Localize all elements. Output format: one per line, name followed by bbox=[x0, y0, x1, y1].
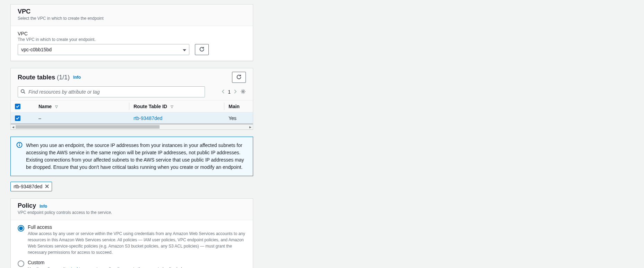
prev-page-button[interactable] bbox=[222, 89, 224, 95]
search-icon bbox=[20, 89, 25, 95]
column-route-table-id[interactable]: Route Table ID bbox=[134, 104, 167, 109]
cell-route-table-id[interactable]: rtb-93487ded bbox=[134, 115, 162, 121]
policy-info-link[interactable]: Info bbox=[40, 204, 47, 209]
pagination: 1 bbox=[222, 89, 246, 95]
route-tables-search-input[interactable] bbox=[18, 86, 205, 97]
route-tables-info-link[interactable]: Info bbox=[73, 75, 81, 80]
info-alert-text: When you use an endpoint, the source IP … bbox=[26, 142, 247, 171]
select-all-checkbox[interactable] bbox=[15, 104, 20, 109]
route-tables-panel: Route tables (1/1) Info bbox=[10, 68, 253, 130]
route-tables-table: Name ▽ Route Table ID ▽ Main bbox=[11, 100, 253, 124]
info-icon bbox=[16, 142, 23, 171]
current-page: 1 bbox=[228, 89, 231, 95]
info-alert: When you use an endpoint, the source IP … bbox=[10, 137, 253, 176]
horizontal-scrollbar[interactable]: ◄ ► bbox=[11, 124, 253, 129]
close-icon bbox=[45, 184, 49, 189]
filter-icon[interactable]: ▽ bbox=[55, 105, 58, 109]
column-name[interactable]: Name bbox=[38, 104, 52, 109]
gear-icon bbox=[240, 90, 246, 95]
next-page-button[interactable] bbox=[234, 89, 237, 95]
policy-full-access-desc: Allow access by any user or service with… bbox=[28, 231, 246, 256]
policy-custom-desc: Use the policy creation tool to generate… bbox=[28, 266, 188, 268]
vpc-panel-header: VPC Select the VPC in which to create th… bbox=[11, 5, 253, 26]
policy-subtitle: VPC endpoint policy controls access to t… bbox=[18, 210, 246, 215]
scroll-right-icon[interactable]: ► bbox=[248, 125, 253, 129]
selected-route-table-chip: rtb-93487ded bbox=[10, 182, 52, 191]
refresh-route-tables-button[interactable] bbox=[232, 72, 246, 83]
policy-custom-radio[interactable] bbox=[18, 260, 24, 267]
table-row[interactable]: – rtb-93487ded Yes bbox=[11, 112, 253, 124]
vpc-select[interactable]: vpc-c0bb15bd bbox=[18, 44, 189, 55]
policy-full-access-radio[interactable] bbox=[18, 225, 24, 232]
svg-point-0 bbox=[21, 89, 24, 93]
refresh-icon bbox=[199, 46, 205, 53]
refresh-icon bbox=[236, 74, 242, 81]
vpc-panel: VPC Select the VPC in which to create th… bbox=[10, 4, 253, 61]
chip-label: rtb-93487ded bbox=[14, 184, 42, 189]
scroll-left-icon[interactable]: ◄ bbox=[11, 125, 16, 129]
route-tables-count: (1/1) bbox=[57, 74, 70, 81]
policy-panel: Policy Info VPC endpoint policy controls… bbox=[10, 198, 253, 268]
svg-line-1 bbox=[24, 92, 25, 94]
refresh-vpc-button[interactable] bbox=[195, 44, 209, 55]
vpc-field-help: The VPC in which to create your endpoint… bbox=[18, 37, 246, 42]
row-checkbox[interactable] bbox=[15, 115, 20, 121]
settings-button[interactable] bbox=[240, 89, 246, 95]
policy-title: Policy bbox=[18, 202, 36, 209]
filter-icon[interactable]: ▽ bbox=[171, 105, 173, 109]
vpc-panel-title: VPC bbox=[18, 8, 246, 15]
column-main[interactable]: Main bbox=[229, 104, 240, 109]
policy-full-access-label: Full access bbox=[28, 224, 246, 230]
vpc-field-label: VPC bbox=[18, 31, 246, 36]
cell-name: – bbox=[34, 112, 129, 124]
cell-main: Yes bbox=[224, 112, 253, 124]
svg-point-2 bbox=[242, 90, 244, 92]
route-tables-title: Route tables (1/1) bbox=[18, 74, 70, 81]
policy-custom-label: Custom bbox=[28, 260, 188, 265]
vpc-select-value: vpc-c0bb15bd bbox=[21, 47, 52, 52]
policy-creation-tool-link[interactable]: policy creation tool bbox=[43, 267, 78, 268]
vpc-panel-subtitle: Select the VPC in which to create the en… bbox=[18, 16, 246, 21]
svg-point-5 bbox=[19, 144, 20, 144]
remove-chip-button[interactable] bbox=[45, 184, 49, 189]
